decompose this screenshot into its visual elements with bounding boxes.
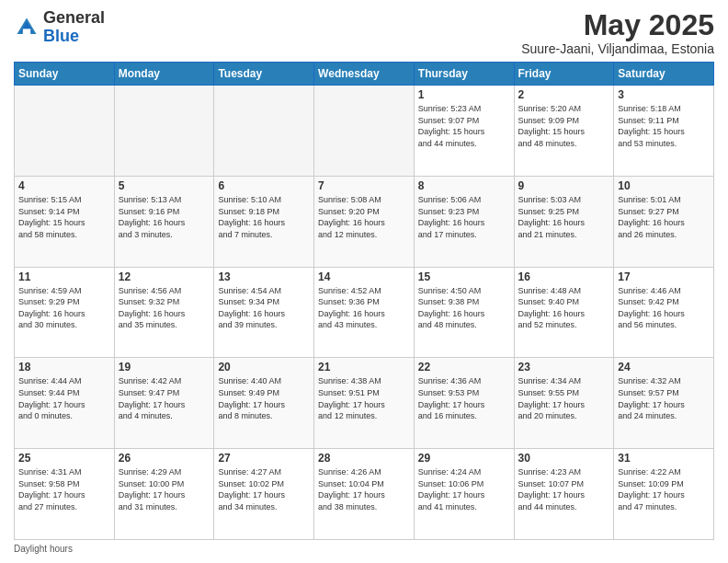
logo-general: General bbox=[43, 8, 105, 27]
calendar-day-cell: 3Sunrise: 5:18 AM Sunset: 9:11 PM Daylig… bbox=[614, 86, 714, 177]
day-number: 5 bbox=[119, 179, 210, 192]
month-title: May 2025 bbox=[521, 9, 714, 41]
day-info: Sunrise: 4:50 AM Sunset: 9:38 PM Dayligh… bbox=[418, 285, 510, 331]
calendar-day-header: Friday bbox=[514, 63, 614, 86]
calendar-day-header: Monday bbox=[114, 63, 214, 86]
calendar-day-cell: 12Sunrise: 4:56 AM Sunset: 9:32 PM Dayli… bbox=[114, 267, 214, 358]
day-info: Sunrise: 4:56 AM Sunset: 9:32 PM Dayligh… bbox=[119, 285, 210, 331]
logo-text: General Blue bbox=[43, 9, 105, 46]
calendar-day-cell: 31Sunrise: 4:22 AM Sunset: 10:09 PM Dayl… bbox=[614, 449, 714, 540]
calendar-day-cell: 20Sunrise: 4:40 AM Sunset: 9:49 PM Dayli… bbox=[214, 358, 314, 449]
day-info: Sunrise: 4:24 AM Sunset: 10:06 PM Daylig… bbox=[418, 466, 510, 512]
calendar-day-header: Tuesday bbox=[214, 63, 314, 86]
subtitle: Suure-Jaani, Viljandimaa, Estonia bbox=[521, 41, 714, 56]
day-number: 24 bbox=[618, 361, 710, 373]
calendar-day-cell: 11Sunrise: 4:59 AM Sunset: 9:29 PM Dayli… bbox=[15, 267, 115, 358]
day-number: 16 bbox=[518, 270, 610, 283]
day-number: 2 bbox=[518, 88, 610, 101]
calendar-day-cell: 23Sunrise: 4:34 AM Sunset: 9:55 PM Dayli… bbox=[514, 358, 614, 449]
calendar-day-cell bbox=[114, 86, 214, 177]
day-number: 7 bbox=[318, 179, 410, 192]
logo-blue: Blue bbox=[43, 27, 79, 45]
calendar-day-cell: 7Sunrise: 5:08 AM Sunset: 9:20 PM Daylig… bbox=[314, 176, 415, 267]
day-number: 19 bbox=[119, 361, 210, 373]
day-info: Sunrise: 4:59 AM Sunset: 9:29 PM Dayligh… bbox=[18, 285, 110, 331]
day-number: 11 bbox=[18, 270, 110, 283]
calendar-day-cell: 10Sunrise: 5:01 AM Sunset: 9:27 PM Dayli… bbox=[614, 176, 714, 267]
day-info: Sunrise: 5:15 AM Sunset: 9:14 PM Dayligh… bbox=[18, 194, 110, 240]
calendar-day-cell: 2Sunrise: 5:20 AM Sunset: 9:09 PM Daylig… bbox=[514, 86, 614, 177]
day-number: 18 bbox=[18, 361, 110, 373]
day-number: 13 bbox=[218, 270, 310, 283]
day-info: Sunrise: 4:40 AM Sunset: 9:49 PM Dayligh… bbox=[218, 375, 310, 421]
day-number: 31 bbox=[618, 452, 710, 465]
calendar-day-cell: 5Sunrise: 5:13 AM Sunset: 9:16 PM Daylig… bbox=[114, 176, 214, 267]
day-info: Sunrise: 4:54 AM Sunset: 9:34 PM Dayligh… bbox=[218, 285, 310, 331]
calendar-day-cell: 29Sunrise: 4:24 AM Sunset: 10:06 PM Dayl… bbox=[414, 449, 514, 540]
title-block: May 2025 Suure-Jaani, Viljandimaa, Eston… bbox=[521, 9, 714, 56]
day-number: 27 bbox=[218, 452, 310, 465]
calendar-day-cell: 28Sunrise: 4:26 AM Sunset: 10:04 PM Dayl… bbox=[314, 449, 415, 540]
day-number: 9 bbox=[518, 179, 610, 192]
calendar-table: SundayMondayTuesdayWednesdayThursdayFrid… bbox=[14, 62, 714, 540]
day-number: 30 bbox=[518, 452, 610, 465]
calendar-day-cell: 8Sunrise: 5:06 AM Sunset: 9:23 PM Daylig… bbox=[414, 176, 514, 267]
calendar-week-row: 18Sunrise: 4:44 AM Sunset: 9:44 PM Dayli… bbox=[15, 358, 714, 449]
calendar-day-cell: 19Sunrise: 4:42 AM Sunset: 9:47 PM Dayli… bbox=[114, 358, 214, 449]
day-number: 17 bbox=[618, 270, 710, 283]
day-info: Sunrise: 4:31 AM Sunset: 9:58 PM Dayligh… bbox=[18, 466, 110, 512]
day-number: 22 bbox=[418, 361, 510, 373]
logo: General Blue bbox=[14, 9, 105, 46]
day-info: Sunrise: 5:23 AM Sunset: 9:07 PM Dayligh… bbox=[418, 103, 510, 149]
day-number: 15 bbox=[418, 270, 510, 283]
calendar-week-row: 1Sunrise: 5:23 AM Sunset: 9:07 PM Daylig… bbox=[15, 86, 714, 177]
day-info: Sunrise: 4:38 AM Sunset: 9:51 PM Dayligh… bbox=[318, 375, 410, 421]
footer-note: Daylight hours bbox=[14, 544, 714, 554]
header: General Blue May 2025 Suure-Jaani, Vilja… bbox=[14, 9, 714, 56]
day-number: 6 bbox=[218, 179, 310, 192]
calendar-day-cell: 1Sunrise: 5:23 AM Sunset: 9:07 PM Daylig… bbox=[414, 86, 514, 177]
day-number: 25 bbox=[18, 452, 110, 465]
calendar-day-cell: 25Sunrise: 4:31 AM Sunset: 9:58 PM Dayli… bbox=[15, 449, 115, 540]
page: General Blue May 2025 Suure-Jaani, Vilja… bbox=[0, 0, 728, 563]
calendar-day-cell: 15Sunrise: 4:50 AM Sunset: 9:38 PM Dayli… bbox=[414, 267, 514, 358]
calendar-day-cell: 27Sunrise: 4:27 AM Sunset: 10:02 PM Dayl… bbox=[214, 449, 314, 540]
calendar-day-cell bbox=[15, 86, 115, 177]
day-info: Sunrise: 5:20 AM Sunset: 9:09 PM Dayligh… bbox=[518, 103, 610, 149]
day-info: Sunrise: 5:08 AM Sunset: 9:20 PM Dayligh… bbox=[318, 194, 410, 240]
day-number: 26 bbox=[119, 452, 210, 465]
day-number: 23 bbox=[518, 361, 610, 373]
day-info: Sunrise: 4:29 AM Sunset: 10:00 PM Daylig… bbox=[119, 466, 210, 512]
day-info: Sunrise: 5:06 AM Sunset: 9:23 PM Dayligh… bbox=[418, 194, 510, 240]
calendar-day-cell: 30Sunrise: 4:23 AM Sunset: 10:07 PM Dayl… bbox=[514, 449, 614, 540]
calendar-day-cell: 4Sunrise: 5:15 AM Sunset: 9:14 PM Daylig… bbox=[15, 176, 115, 267]
calendar-day-cell: 14Sunrise: 4:52 AM Sunset: 9:36 PM Dayli… bbox=[314, 267, 415, 358]
calendar-day-header: Thursday bbox=[414, 63, 514, 86]
calendar-day-header: Sunday bbox=[15, 63, 115, 86]
day-number: 21 bbox=[318, 361, 410, 373]
day-number: 10 bbox=[618, 179, 710, 192]
calendar-week-row: 25Sunrise: 4:31 AM Sunset: 9:58 PM Dayli… bbox=[15, 449, 714, 540]
day-number: 4 bbox=[18, 179, 110, 192]
day-number: 3 bbox=[618, 88, 710, 101]
day-info: Sunrise: 4:48 AM Sunset: 9:40 PM Dayligh… bbox=[518, 285, 610, 331]
day-info: Sunrise: 5:03 AM Sunset: 9:25 PM Dayligh… bbox=[518, 194, 610, 240]
day-info: Sunrise: 4:23 AM Sunset: 10:07 PM Daylig… bbox=[518, 466, 610, 512]
day-info: Sunrise: 4:32 AM Sunset: 9:57 PM Dayligh… bbox=[618, 375, 710, 421]
day-info: Sunrise: 5:01 AM Sunset: 9:27 PM Dayligh… bbox=[618, 194, 710, 240]
day-number: 8 bbox=[418, 179, 510, 192]
day-info: Sunrise: 4:22 AM Sunset: 10:09 PM Daylig… bbox=[618, 466, 710, 512]
calendar-day-cell: 13Sunrise: 4:54 AM Sunset: 9:34 PM Dayli… bbox=[214, 267, 314, 358]
calendar-week-row: 4Sunrise: 5:15 AM Sunset: 9:14 PM Daylig… bbox=[15, 176, 714, 267]
day-info: Sunrise: 4:27 AM Sunset: 10:02 PM Daylig… bbox=[218, 466, 310, 512]
day-info: Sunrise: 5:18 AM Sunset: 9:11 PM Dayligh… bbox=[618, 103, 710, 149]
calendar-day-cell: 21Sunrise: 4:38 AM Sunset: 9:51 PM Dayli… bbox=[314, 358, 415, 449]
calendar-day-cell: 22Sunrise: 4:36 AM Sunset: 9:53 PM Dayli… bbox=[414, 358, 514, 449]
day-number: 20 bbox=[218, 361, 310, 373]
calendar-day-cell: 26Sunrise: 4:29 AM Sunset: 10:00 PM Dayl… bbox=[114, 449, 214, 540]
day-number: 12 bbox=[119, 270, 210, 283]
calendar-day-cell: 24Sunrise: 4:32 AM Sunset: 9:57 PM Dayli… bbox=[614, 358, 714, 449]
day-number: 28 bbox=[318, 452, 410, 465]
day-info: Sunrise: 4:34 AM Sunset: 9:55 PM Dayligh… bbox=[518, 375, 610, 421]
day-info: Sunrise: 4:26 AM Sunset: 10:04 PM Daylig… bbox=[318, 466, 410, 512]
